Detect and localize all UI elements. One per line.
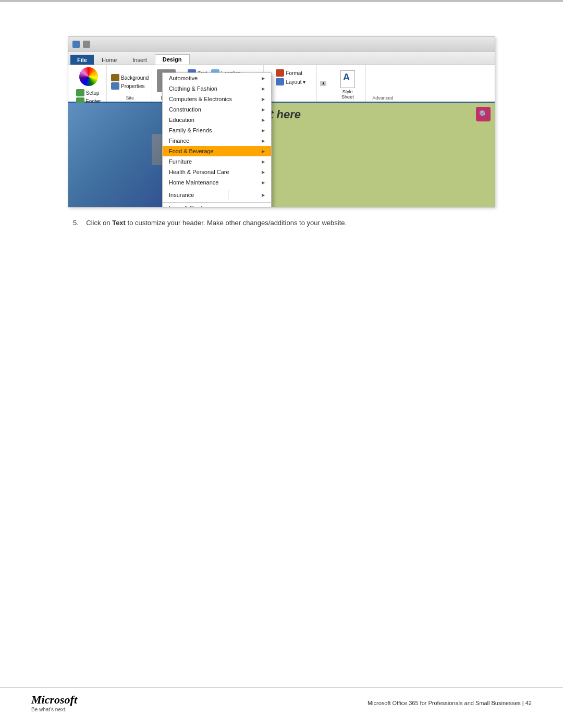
separator-bar [228,190,228,200]
stylesheet-button[interactable]: Style Sheet [338,68,357,102]
format-icon [276,69,284,77]
footer-page-info: Microsoft Office 365 for Professionals a… [368,700,532,706]
ribbon-group-site: Background Properties Site [108,65,152,102]
submenu-arrow: ▶ [262,139,265,143]
footer-text: Microsoft Office 365 for Professionals a… [368,700,525,706]
ribbon-group-advanced: Advanced [367,65,398,102]
theme-dropdown-menu: Automotive ▶ Clothing & Fashion ▶ Comput… [162,72,272,207]
submenu-arrow: ▶ [262,107,265,112]
menu-item-automotive[interactable]: Automotive ▶ [163,73,271,83]
screenshot-wrapper: File Home Insert Design Setup [68,36,495,207]
top-border [0,0,563,2]
ribbon-group-format: Format Layout ▾ [265,65,317,102]
advanced-group-label: Advanced [372,94,393,102]
submenu-arrow: ▶ [262,170,265,175]
menu-item-food[interactable]: Food & Beverage ▶ [163,146,271,156]
color-group-top: Setup Footer [76,67,101,105]
menu-item-home-maintenance[interactable]: Home Maintenance ▶ [163,177,271,188]
tab-home[interactable]: Home [94,55,125,65]
page-footer: Microsoft Be what's next. Microsoft Offi… [0,687,563,712]
ribbon-group-stylesheet: Style Sheet Style Sheet [329,65,366,102]
properties-icon [111,82,119,90]
menu-item-computers[interactable]: Computers & Electronics ▶ [163,94,271,104]
menu-item-construction[interactable]: Construction ▶ [163,104,271,115]
submenu-arrow: ▶ [262,76,265,81]
layout-button[interactable]: Layout ▾ [276,78,305,85]
tab-insert[interactable]: Insert [125,55,155,65]
submenu-arrow: ▶ [262,87,265,91]
microsoft-logo: Microsoft [31,693,77,707]
page-container: File Home Insert Design Setup [0,0,563,728]
menu-item-lawn[interactable]: Lawn & Garden ▶ [163,203,271,207]
submenu-arrow: ▶ [262,180,265,185]
step-bold: Text [112,219,126,227]
office-icon [72,41,80,48]
background-icon [111,74,119,81]
ribbon: Setup Footer Color [68,65,495,103]
search-icon: 🔍 [479,110,488,118]
title-bar [68,37,495,52]
submenu-arrow: ▶ [262,159,265,164]
footer-logo: Microsoft Be what's next. [31,693,77,712]
submenu-arrow: ▶ [262,97,265,102]
scroll-arrows: ▲ [318,65,328,102]
step-number: 5. [73,219,79,227]
submenu-arrow-food: ▶ [262,149,265,154]
logo-tagline: Be what's next. [31,707,77,712]
app-content: Home About U 🔍 your heading text here Re… [68,103,495,207]
menu-item-health[interactable]: Health & Personal Care ▶ [163,167,271,177]
site-group-top: Background Properties [111,67,149,94]
scroll-controls: ▲ [320,81,326,86]
search-icon-box[interactable]: 🔍 [476,107,491,121]
menu-item-family[interactable]: Family & Friends ▶ [163,125,271,135]
properties-button[interactable]: Properties [111,82,149,90]
ribbon-group-color: Setup Footer Color [70,65,107,102]
menu-item-clothing[interactable]: Clothing & Fashion ▶ [163,83,271,94]
format-group-top: Format Layout ▾ [276,67,305,100]
left-panel-bg [68,103,173,207]
color-wheel-icon [79,67,98,86]
page-number: 42 [525,700,532,706]
ribbon-tabs: File Home Insert Design [68,52,495,65]
stylesheet-group-top: Style Sheet [338,67,357,102]
tab-file[interactable]: File [70,55,94,65]
site-small-buttons: Background Properties [111,72,149,90]
submenu-arrow: ▶ [262,118,265,122]
scroll-up[interactable]: ▲ [320,81,326,86]
tab-design[interactable]: Design [155,54,190,65]
menu-item-finance[interactable]: Finance ▶ [163,135,271,146]
menu-item-education[interactable]: Education ▶ [163,115,271,125]
setup-icon [76,89,84,96]
submenu-arrow: ▶ [262,193,265,198]
left-panel [68,103,173,207]
layout-icon [276,78,284,85]
site-group-label: Site [126,94,134,102]
menu-item-furniture[interactable]: Furniture ▶ [163,156,271,167]
stylesheet-icon [340,70,355,88]
step-text: 5. Click on Text to customize your heade… [73,218,532,229]
setup-button[interactable]: Setup [76,89,101,96]
document-icon [83,41,90,48]
submenu-arrow: ▶ [262,128,265,133]
format-button[interactable]: Format [276,69,302,77]
menu-item-insurance[interactable]: Insurance ▶ [163,188,271,203]
step-intro: Click on [86,219,112,227]
step-rest: to customize your header. Make other cha… [126,219,347,227]
submenu-arrow: ▶ [262,206,265,208]
background-button[interactable]: Background [111,74,149,81]
